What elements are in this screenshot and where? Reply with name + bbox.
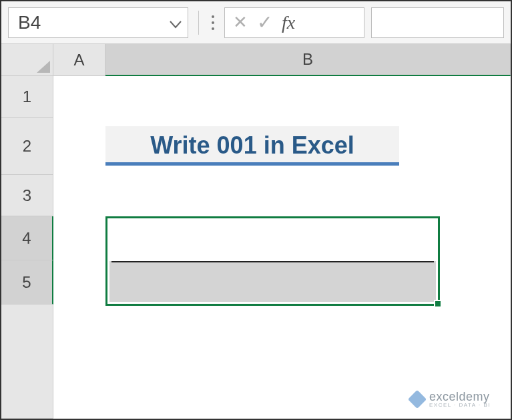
row-header-5[interactable]: 5 bbox=[1, 260, 53, 304]
row-header-3[interactable]: 3 bbox=[1, 175, 53, 216]
cell-A4[interactable] bbox=[53, 216, 105, 260]
watermark: exceldemy EXCEL · DATA · BI bbox=[411, 391, 491, 408]
formula-bar: B4 ✕ ✓ fx bbox=[1, 1, 511, 44]
cell-A-blank bbox=[53, 304, 105, 419]
cell-B3[interactable] bbox=[105, 175, 511, 216]
row-header-4[interactable]: 4 bbox=[1, 216, 53, 260]
cell-B1[interactable] bbox=[105, 76, 511, 118]
separator bbox=[195, 7, 202, 38]
cell-B4[interactable] bbox=[105, 216, 511, 260]
row-header-blank bbox=[1, 304, 53, 419]
cell-B5[interactable] bbox=[105, 260, 511, 304]
select-all-corner[interactable] bbox=[1, 44, 53, 76]
logo-icon bbox=[408, 390, 427, 409]
formula-controls: ✕ ✓ fx bbox=[224, 7, 364, 38]
cell-A2[interactable] bbox=[53, 118, 105, 175]
chevron-down-icon[interactable] bbox=[168, 12, 184, 33]
watermark-brand: exceldemy bbox=[429, 391, 491, 403]
cell-A1[interactable] bbox=[53, 76, 105, 118]
name-box-value: B4 bbox=[18, 12, 168, 33]
worksheet[interactable]: A B 1 2 Write 001 in Excel 3 4 5 bbox=[1, 44, 511, 419]
cell-A5[interactable] bbox=[53, 260, 105, 304]
drag-handle-icon[interactable] bbox=[208, 7, 218, 38]
col-header-A[interactable]: A bbox=[53, 44, 105, 76]
name-box[interactable]: B4 bbox=[8, 7, 188, 38]
cancel-icon[interactable]: ✕ bbox=[233, 12, 248, 33]
fx-icon[interactable]: fx bbox=[282, 12, 295, 33]
title-banner: Write 001 in Excel bbox=[105, 126, 399, 166]
cell-B2[interactable]: Write 001 in Excel bbox=[105, 118, 511, 175]
enter-icon[interactable]: ✓ bbox=[257, 11, 272, 33]
row-header-2[interactable]: 2 bbox=[1, 118, 53, 175]
title-text: Write 001 in Excel bbox=[150, 132, 354, 159]
formula-input[interactable] bbox=[371, 7, 504, 38]
watermark-tagline: EXCEL · DATA · BI bbox=[429, 403, 491, 408]
col-header-B[interactable]: B bbox=[105, 44, 511, 76]
row-header-1[interactable]: 1 bbox=[1, 76, 53, 118]
cell-A3[interactable] bbox=[53, 175, 105, 216]
